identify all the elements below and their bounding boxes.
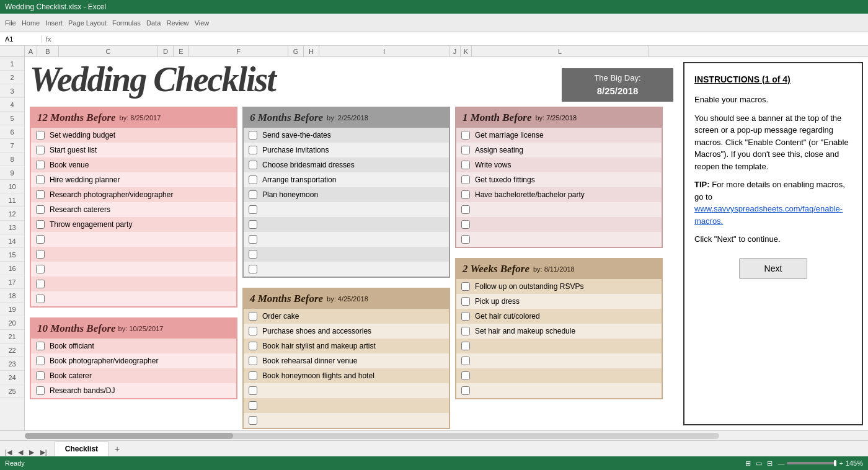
checkbox-m-empty-1[interactable] <box>461 205 470 214</box>
empty-row[interactable] <box>456 383 662 398</box>
list-item[interactable]: Research photographer/videographer <box>31 187 236 202</box>
list-item[interactable]: Pick up dress <box>456 294 662 309</box>
scrollbar-track[interactable] <box>25 433 719 439</box>
empty-row[interactable] <box>31 262 236 277</box>
list-item[interactable]: Assign seating <box>456 143 662 157</box>
list-item[interactable]: Research bands/DJ <box>31 383 236 398</box>
empty-row[interactable] <box>31 232 236 247</box>
checkbox-tuxedo[interactable] <box>461 175 470 184</box>
list-item[interactable]: Have bachelorette/bachelor party <box>456 187 662 202</box>
sheet-tab-checklist[interactable]: Checklist <box>55 441 108 456</box>
empty-row[interactable] <box>456 368 662 383</box>
list-item[interactable]: Book venue <box>31 157 236 172</box>
checkbox-g-empty-1[interactable] <box>249 205 257 214</box>
list-item[interactable]: Research caterers <box>31 202 236 217</box>
empty-row[interactable] <box>244 247 449 262</box>
list-item[interactable]: Book photographer/videographer <box>31 353 236 368</box>
checkbox-empty-5[interactable] <box>36 295 45 303</box>
checkbox-g-empty-5[interactable] <box>249 265 257 273</box>
checkbox-m-empty-3[interactable] <box>461 235 470 244</box>
checkbox-tw-empty-1[interactable] <box>461 342 470 350</box>
checkbox-save-dates[interactable] <box>249 131 257 140</box>
checkbox-bachelorette[interactable] <box>461 190 470 199</box>
zoom-slider-thumb[interactable] <box>834 460 836 466</box>
checkbox-g-empty-4[interactable] <box>249 250 257 259</box>
add-sheet-button[interactable]: + <box>110 441 125 456</box>
empty-row[interactable] <box>456 353 662 368</box>
checkbox-m-empty-2[interactable] <box>461 220 470 229</box>
empty-row[interactable] <box>244 262 449 277</box>
empty-row[interactable] <box>456 339 662 353</box>
list-item[interactable]: Write vows <box>456 157 662 172</box>
checkbox-book-caterer[interactable] <box>36 371 45 380</box>
checkbox-t-empty-2[interactable] <box>249 401 257 410</box>
list-item[interactable]: Arrange transportation <box>244 172 449 187</box>
empty-row[interactable] <box>244 398 449 413</box>
list-item[interactable]: Set wedding budget <box>31 128 236 143</box>
checkbox-research-caterers[interactable] <box>36 205 45 214</box>
empty-row[interactable] <box>244 232 449 247</box>
checkbox-write-vows[interactable] <box>461 161 470 169</box>
checkbox-t-empty-1[interactable] <box>249 386 257 395</box>
ribbon[interactable]: File Home Insert Page Layout Formulas Da… <box>0 14 868 32</box>
checkbox-rehearsal-dinner[interactable] <box>249 357 257 365</box>
checkbox-order-cake[interactable] <box>249 312 257 321</box>
list-item[interactable]: Book hair stylist and makeup artist <box>244 339 449 353</box>
list-item[interactable]: Purchase shoes and accessories <box>244 324 449 339</box>
list-item[interactable]: Set hair and makeup schedule <box>456 324 662 339</box>
checkbox-shoes[interactable] <box>249 327 257 335</box>
checkbox-assign-seating[interactable] <box>461 146 470 154</box>
arrow-last[interactable]: ▶| <box>38 448 50 456</box>
checkbox-guest-list[interactable] <box>36 146 45 154</box>
arrow-prev[interactable]: ◀ <box>16 448 25 456</box>
list-item[interactable]: Throw engagement party <box>31 217 236 232</box>
list-item[interactable]: Plan honeymoon <box>244 187 449 202</box>
checkbox-empty-2[interactable] <box>36 250 45 259</box>
zoom-out[interactable]: — <box>777 459 784 467</box>
empty-row[interactable] <box>244 413 449 428</box>
list-item[interactable]: Follow up on outstanding RSVPs <box>456 279 662 294</box>
empty-row[interactable] <box>456 202 662 217</box>
checkbox-research-photo[interactable] <box>36 190 45 199</box>
list-item[interactable]: Purchase invitations <box>244 143 449 157</box>
empty-row[interactable] <box>456 217 662 232</box>
checkbox-purchase-invitations[interactable] <box>249 146 257 154</box>
checkbox-hair-makeup[interactable] <box>249 342 257 350</box>
list-item[interactable]: Get tuxedo fittings <box>456 172 662 187</box>
list-item[interactable]: Hire wedding planner <box>31 172 236 187</box>
list-item[interactable]: Order cake <box>244 309 449 324</box>
checkbox-g-empty-2[interactable] <box>249 220 257 229</box>
checkbox-tw-empty-4[interactable] <box>461 386 470 395</box>
empty-row[interactable] <box>244 202 449 217</box>
empty-row[interactable] <box>31 291 236 306</box>
checkbox-rsvps[interactable] <box>461 282 470 291</box>
checkbox-tw-empty-3[interactable] <box>461 371 470 380</box>
list-item[interactable]: Book honeymoon flights and hotel <box>244 368 449 383</box>
checkbox-honeymoon[interactable] <box>249 190 257 199</box>
checkbox-t-empty-3[interactable] <box>249 416 257 425</box>
next-button[interactable]: Next <box>739 258 808 279</box>
checkbox-engagement-party[interactable] <box>36 220 45 229</box>
checkbox-bridesmaid-dresses[interactable] <box>249 161 257 169</box>
list-item[interactable]: Get marriage license <box>456 128 662 143</box>
checkbox-g-empty-3[interactable] <box>249 235 257 244</box>
empty-row[interactable] <box>31 277 236 291</box>
checkbox-marriage-license[interactable] <box>461 131 470 140</box>
checkbox-empty-3[interactable] <box>36 265 45 273</box>
empty-row[interactable] <box>244 383 449 398</box>
empty-row[interactable] <box>244 217 449 232</box>
arrow-next[interactable]: ▶ <box>27 448 37 456</box>
scrollbar-thumb[interactable] <box>25 433 233 439</box>
empty-row[interactable] <box>456 232 662 247</box>
checkbox-makeup-schedule[interactable] <box>461 327 470 335</box>
checkbox-officiant[interactable] <box>36 342 45 350</box>
list-item[interactable]: Choose bridesmaid dresses <box>244 157 449 172</box>
checkbox-tw-empty-2[interactable] <box>461 357 470 365</box>
checkbox-transportation[interactable] <box>249 175 257 184</box>
list-item[interactable]: Start guest list <box>31 143 236 157</box>
checkbox-pick-up-dress[interactable] <box>461 297 470 306</box>
checkbox-book-venue[interactable] <box>36 161 45 169</box>
list-item[interactable]: Get hair cut/colored <box>456 309 662 324</box>
list-item[interactable]: Book rehearsal dinner venue <box>244 353 449 368</box>
horizontal-scrollbar[interactable] <box>0 430 868 440</box>
